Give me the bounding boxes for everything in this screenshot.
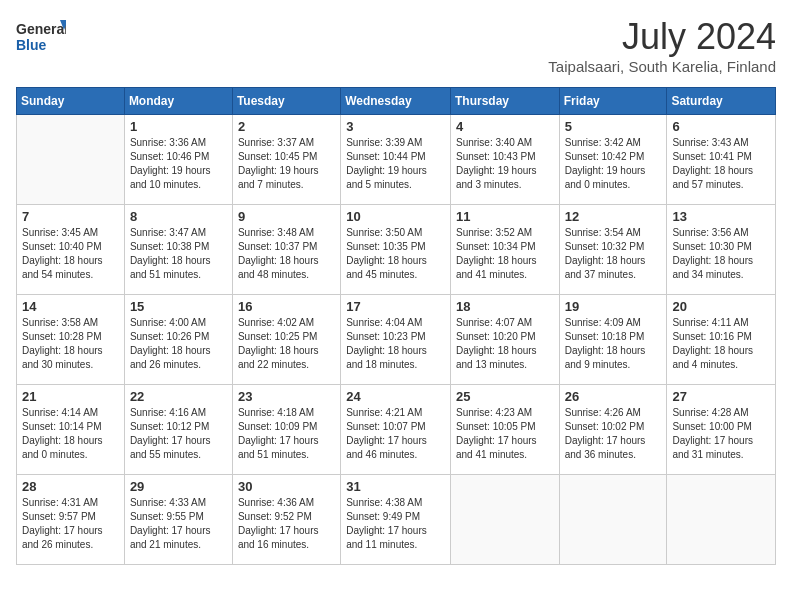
header-day-saturday: Saturday [667,88,776,115]
calendar-cell: 1Sunrise: 3:36 AM Sunset: 10:46 PM Dayli… [124,115,232,205]
calendar-cell: 27Sunrise: 4:28 AM Sunset: 10:00 PM Dayl… [667,385,776,475]
day-number: 12 [565,209,662,224]
calendar-cell: 21Sunrise: 4:14 AM Sunset: 10:14 PM Dayl… [17,385,125,475]
header-day-sunday: Sunday [17,88,125,115]
day-info: Sunrise: 4:23 AM Sunset: 10:05 PM Daylig… [456,406,554,462]
day-info: Sunrise: 3:45 AM Sunset: 10:40 PM Daylig… [22,226,119,282]
day-number: 25 [456,389,554,404]
calendar-cell: 13Sunrise: 3:56 AM Sunset: 10:30 PM Dayl… [667,205,776,295]
day-info: Sunrise: 4:31 AM Sunset: 9:57 PM Dayligh… [22,496,119,552]
day-info: Sunrise: 3:48 AM Sunset: 10:37 PM Daylig… [238,226,335,282]
calendar-cell: 29Sunrise: 4:33 AM Sunset: 9:55 PM Dayli… [124,475,232,565]
calendar-cell: 26Sunrise: 4:26 AM Sunset: 10:02 PM Dayl… [559,385,667,475]
header-day-friday: Friday [559,88,667,115]
day-info: Sunrise: 3:58 AM Sunset: 10:28 PM Daylig… [22,316,119,372]
day-number: 15 [130,299,227,314]
day-info: Sunrise: 4:14 AM Sunset: 10:14 PM Daylig… [22,406,119,462]
day-number: 2 [238,119,335,134]
day-number: 19 [565,299,662,314]
day-number: 4 [456,119,554,134]
day-number: 27 [672,389,770,404]
calendar-cell [17,115,125,205]
logo: General Blue [16,16,66,60]
calendar-cell: 3Sunrise: 3:39 AM Sunset: 10:44 PM Dayli… [341,115,451,205]
day-number: 10 [346,209,445,224]
day-info: Sunrise: 4:21 AM Sunset: 10:07 PM Daylig… [346,406,445,462]
day-info: Sunrise: 4:16 AM Sunset: 10:12 PM Daylig… [130,406,227,462]
calendar-cell: 15Sunrise: 4:00 AM Sunset: 10:26 PM Dayl… [124,295,232,385]
day-info: Sunrise: 4:11 AM Sunset: 10:16 PM Daylig… [672,316,770,372]
day-number: 24 [346,389,445,404]
day-number: 14 [22,299,119,314]
day-number: 9 [238,209,335,224]
day-info: Sunrise: 3:40 AM Sunset: 10:43 PM Daylig… [456,136,554,192]
week-row-1: 1Sunrise: 3:36 AM Sunset: 10:46 PM Dayli… [17,115,776,205]
calendar-cell: 8Sunrise: 3:47 AM Sunset: 10:38 PM Dayli… [124,205,232,295]
calendar-cell: 28Sunrise: 4:31 AM Sunset: 9:57 PM Dayli… [17,475,125,565]
calendar-cell: 9Sunrise: 3:48 AM Sunset: 10:37 PM Dayli… [232,205,340,295]
calendar-cell: 16Sunrise: 4:02 AM Sunset: 10:25 PM Dayl… [232,295,340,385]
day-info: Sunrise: 3:42 AM Sunset: 10:42 PM Daylig… [565,136,662,192]
day-info: Sunrise: 3:47 AM Sunset: 10:38 PM Daylig… [130,226,227,282]
day-number: 11 [456,209,554,224]
day-number: 18 [456,299,554,314]
calendar-cell: 7Sunrise: 3:45 AM Sunset: 10:40 PM Dayli… [17,205,125,295]
calendar-cell: 5Sunrise: 3:42 AM Sunset: 10:42 PM Dayli… [559,115,667,205]
week-row-3: 14Sunrise: 3:58 AM Sunset: 10:28 PM Dayl… [17,295,776,385]
title-area: July 2024 Taipalsaari, South Karelia, Fi… [548,16,776,75]
week-row-5: 28Sunrise: 4:31 AM Sunset: 9:57 PM Dayli… [17,475,776,565]
day-info: Sunrise: 4:18 AM Sunset: 10:09 PM Daylig… [238,406,335,462]
day-info: Sunrise: 4:36 AM Sunset: 9:52 PM Dayligh… [238,496,335,552]
header-day-tuesday: Tuesday [232,88,340,115]
day-number: 23 [238,389,335,404]
day-info: Sunrise: 3:39 AM Sunset: 10:44 PM Daylig… [346,136,445,192]
calendar-cell: 31Sunrise: 4:38 AM Sunset: 9:49 PM Dayli… [341,475,451,565]
day-number: 6 [672,119,770,134]
day-info: Sunrise: 3:56 AM Sunset: 10:30 PM Daylig… [672,226,770,282]
day-number: 1 [130,119,227,134]
day-info: Sunrise: 4:04 AM Sunset: 10:23 PM Daylig… [346,316,445,372]
day-number: 5 [565,119,662,134]
day-info: Sunrise: 3:43 AM Sunset: 10:41 PM Daylig… [672,136,770,192]
day-info: Sunrise: 3:52 AM Sunset: 10:34 PM Daylig… [456,226,554,282]
day-number: 8 [130,209,227,224]
day-number: 28 [22,479,119,494]
header-row: SundayMondayTuesdayWednesdayThursdayFrid… [17,88,776,115]
day-number: 30 [238,479,335,494]
day-number: 22 [130,389,227,404]
header-day-wednesday: Wednesday [341,88,451,115]
calendar-cell: 10Sunrise: 3:50 AM Sunset: 10:35 PM Dayl… [341,205,451,295]
logo-svg: General Blue [16,16,66,60]
calendar-cell: 20Sunrise: 4:11 AM Sunset: 10:16 PM Dayl… [667,295,776,385]
day-number: 21 [22,389,119,404]
calendar-cell: 4Sunrise: 3:40 AM Sunset: 10:43 PM Dayli… [450,115,559,205]
day-info: Sunrise: 3:50 AM Sunset: 10:35 PM Daylig… [346,226,445,282]
calendar-cell [667,475,776,565]
calendar-cell: 22Sunrise: 4:16 AM Sunset: 10:12 PM Dayl… [124,385,232,475]
calendar-cell: 6Sunrise: 3:43 AM Sunset: 10:41 PM Dayli… [667,115,776,205]
calendar-cell: 2Sunrise: 3:37 AM Sunset: 10:45 PM Dayli… [232,115,340,205]
day-info: Sunrise: 4:09 AM Sunset: 10:18 PM Daylig… [565,316,662,372]
day-info: Sunrise: 4:07 AM Sunset: 10:20 PM Daylig… [456,316,554,372]
month-title: July 2024 [548,16,776,58]
day-info: Sunrise: 4:38 AM Sunset: 9:49 PM Dayligh… [346,496,445,552]
day-number: 16 [238,299,335,314]
day-number: 7 [22,209,119,224]
day-number: 17 [346,299,445,314]
svg-text:General: General [16,21,66,37]
header-day-monday: Monday [124,88,232,115]
day-number: 26 [565,389,662,404]
calendar-cell: 19Sunrise: 4:09 AM Sunset: 10:18 PM Dayl… [559,295,667,385]
calendar-cell: 25Sunrise: 4:23 AM Sunset: 10:05 PM Dayl… [450,385,559,475]
calendar-cell: 17Sunrise: 4:04 AM Sunset: 10:23 PM Dayl… [341,295,451,385]
calendar-cell [450,475,559,565]
day-info: Sunrise: 4:00 AM Sunset: 10:26 PM Daylig… [130,316,227,372]
day-info: Sunrise: 4:26 AM Sunset: 10:02 PM Daylig… [565,406,662,462]
day-info: Sunrise: 3:54 AM Sunset: 10:32 PM Daylig… [565,226,662,282]
calendar-table: SundayMondayTuesdayWednesdayThursdayFrid… [16,87,776,565]
calendar-cell: 30Sunrise: 4:36 AM Sunset: 9:52 PM Dayli… [232,475,340,565]
week-row-4: 21Sunrise: 4:14 AM Sunset: 10:14 PM Dayl… [17,385,776,475]
header-day-thursday: Thursday [450,88,559,115]
header: General Blue July 2024 Taipalsaari, Sout… [16,16,776,75]
day-info: Sunrise: 3:36 AM Sunset: 10:46 PM Daylig… [130,136,227,192]
